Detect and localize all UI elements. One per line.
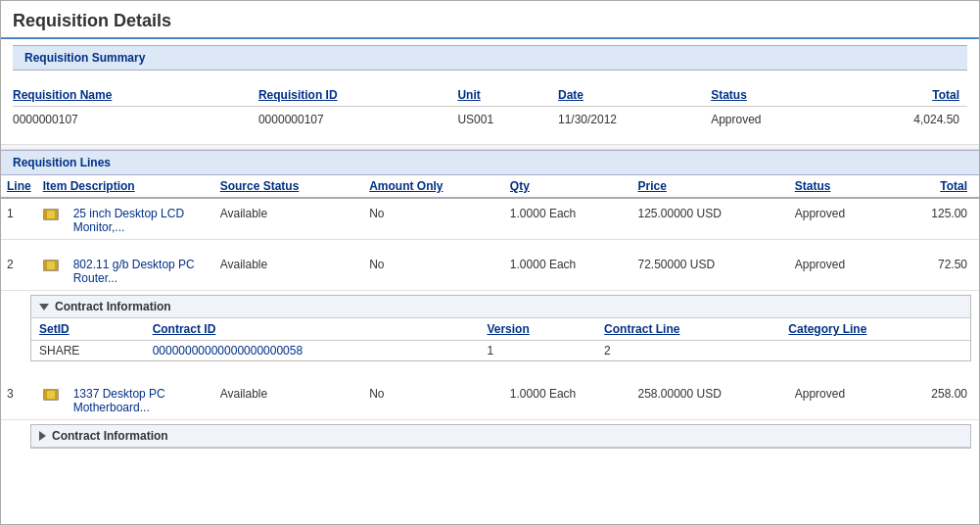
item-link[interactable]: 25 inch Desktop LCD Monitor,...	[73, 207, 184, 234]
table-row: 1 25 inch Desktop LCD Monitor,... Availa…	[1, 198, 979, 240]
th-contract-id: Contract ID	[145, 318, 480, 341]
contract-header-label: Contract Information	[55, 300, 171, 313]
contract-line-val: 2	[596, 341, 780, 361]
col-req-name: Requisition Name	[13, 84, 258, 107]
table-row: 2 802.11 g/b Desktop PC Router... Availa…	[1, 250, 979, 291]
summary-unit: US001	[457, 107, 558, 133]
total-cell: 258.00	[891, 379, 979, 420]
th-setid: SetID	[31, 318, 145, 341]
contract-row: Contract Information	[1, 420, 979, 457]
th-price: Price	[631, 175, 788, 198]
expand-icon	[39, 431, 46, 441]
table-row: 3 1337 Desktop PC Motherboard... Availab…	[1, 379, 979, 420]
item-desc-cell: 1337 Desktop PC Motherboard...	[68, 379, 214, 420]
th-source-status: Source Status	[214, 175, 364, 198]
price-cell: 72.50000 USD	[631, 250, 788, 291]
qty-cell: 1.0000 Each	[504, 250, 632, 291]
item-desc-cell: 802.11 g/b Desktop PC Router...	[68, 250, 214, 291]
th-line: Line	[1, 175, 37, 198]
item-icon-cell	[37, 198, 68, 240]
source-status-cell: Available	[214, 250, 364, 291]
summary-req-id: 0000000107	[258, 107, 457, 133]
contract-header[interactable]: Contract Information	[31, 425, 970, 448]
th-version: Version	[479, 318, 596, 341]
th-item-desc: Item Description	[37, 175, 214, 198]
item-icon	[43, 389, 59, 401]
contract-section: Contract Information SetID Contract ID V…	[30, 295, 971, 361]
status-cell: Approved	[789, 250, 891, 291]
spacer-row	[1, 240, 979, 251]
contract-section: Contract Information	[30, 424, 971, 449]
amount-only-cell: No	[363, 198, 504, 240]
page-title: Requisition Details	[13, 11, 967, 31]
th-qty: Qty	[504, 175, 632, 198]
qty-cell: 1.0000 Each	[504, 198, 632, 240]
summary-table: Requisition Name Requisition ID Unit Dat…	[13, 84, 967, 132]
th-status: Status	[789, 175, 891, 198]
summary-status: Approved	[711, 107, 844, 133]
line-num: 1	[1, 198, 37, 240]
line-num: 2	[1, 250, 37, 291]
line-num: 3	[1, 379, 37, 420]
col-status: Status	[711, 84, 844, 107]
contract-data-row: SHARE 00000000000000000000058 1 2	[31, 341, 970, 361]
amount-only-cell: No	[363, 250, 504, 291]
item-link[interactable]: 1337 Desktop PC Motherboard...	[73, 387, 165, 414]
contract-id-val: 00000000000000000000058	[145, 341, 480, 361]
lines-header-row: Line Item Description Source Status Amou…	[1, 175, 979, 198]
item-desc-cell: 25 inch Desktop LCD Monitor,...	[68, 198, 214, 240]
source-status-cell: Available	[214, 379, 364, 420]
col-unit: Unit	[457, 84, 558, 107]
contract-cell: Contract Information	[1, 420, 979, 457]
lines-section-header: Requisition Lines	[1, 150, 979, 175]
total-cell: 125.00	[891, 198, 979, 240]
contract-table: SetID Contract ID Version Contract Line …	[31, 318, 970, 360]
summary-section: Requisition Summary Requisition Name Req…	[1, 39, 979, 144]
summary-section-header: Requisition Summary	[13, 45, 967, 71]
spacer-row	[1, 456, 979, 466]
summary-row: 0000000107 0000000107 US001 11/30/2012 A…	[13, 107, 967, 133]
price-cell: 258.00000 USD	[631, 379, 788, 420]
summary-date: 11/30/2012	[558, 107, 711, 133]
amount-only-cell: No	[363, 379, 504, 420]
contract-id-link[interactable]: 00000000000000000000058	[153, 344, 303, 358]
total-cell: 72.50	[891, 250, 979, 291]
item-icon	[43, 209, 59, 220]
summary-total: 4,024.50	[844, 107, 967, 133]
contract-version: 1	[479, 341, 596, 361]
collapse-icon	[39, 304, 49, 310]
page-header: Requisition Details	[1, 1, 979, 39]
summary-req-name: 0000000107	[13, 107, 258, 133]
th-amount-only: Amount Only	[363, 175, 504, 198]
status-cell: Approved	[789, 379, 891, 420]
qty-cell: 1.0000 Each	[504, 379, 632, 420]
lines-section: Requisition Lines Line Item Description …	[1, 144, 979, 466]
item-link[interactable]: 802.11 g/b Desktop PC Router...	[73, 258, 195, 285]
status-cell: Approved	[789, 198, 891, 240]
source-status-cell: Available	[214, 198, 364, 240]
page-wrapper: Requisition Details Requisition Summary …	[0, 0, 980, 525]
contract-cell: Contract Information SetID Contract ID V…	[1, 291, 979, 370]
price-cell: 125.00000 USD	[631, 198, 788, 240]
item-icon	[43, 260, 59, 271]
contract-header[interactable]: Contract Information	[31, 296, 970, 318]
contract-category-line	[780, 341, 970, 361]
contract-header-row: SetID Contract ID Version Contract Line …	[31, 318, 970, 341]
item-icon-cell	[37, 379, 68, 420]
spacer-row	[1, 369, 979, 379]
contract-header-label: Contract Information	[52, 429, 168, 443]
item-icon-cell	[37, 250, 68, 291]
th-category-line: Category Line	[780, 318, 970, 341]
th-contract-line: Contract Line	[596, 318, 780, 341]
contract-setid: SHARE	[31, 341, 145, 361]
col-total: Total	[844, 84, 967, 107]
contract-row: Contract Information SetID Contract ID V…	[1, 291, 979, 370]
col-req-id: Requisition ID	[258, 84, 457, 107]
lines-table: Line Item Description Source Status Amou…	[1, 175, 979, 466]
th-total: Total	[891, 175, 979, 198]
col-date: Date	[558, 84, 711, 107]
